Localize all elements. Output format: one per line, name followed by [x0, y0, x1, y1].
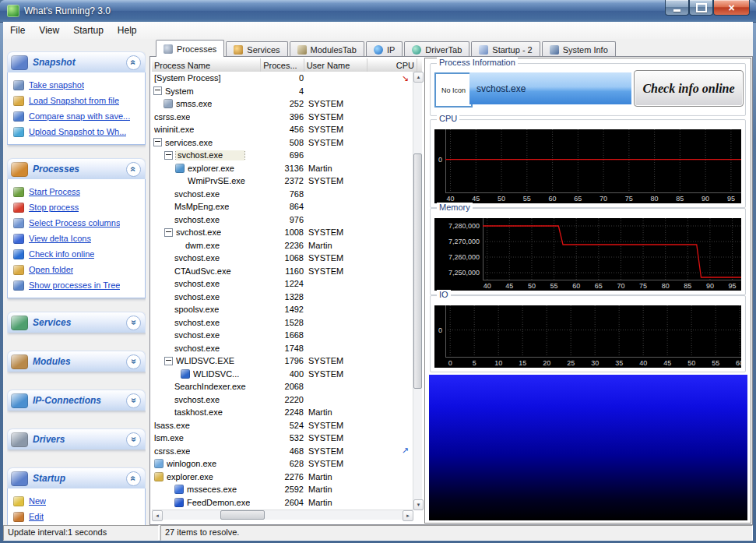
process-row[interactable]: FeedDemon.exe2604Martin0 — [152, 496, 413, 510]
tab-system-info[interactable]: System Info — [542, 41, 616, 57]
process-row[interactable]: lsm.exe532SYSTEM0 — [152, 432, 413, 445]
tab-processes[interactable]: Processes — [156, 40, 224, 57]
process-row[interactable]: svchost.exe13280 — [152, 291, 413, 304]
check-info-online-button[interactable]: Check info online — [634, 70, 744, 107]
scroll-right-icon[interactable]: ► — [403, 510, 413, 521]
chevron-down-icon[interactable]: « — [126, 354, 141, 369]
process-row[interactable]: svchost.exe22200 — [152, 393, 413, 407]
scroll-down-icon[interactable]: ▼ — [413, 499, 424, 510]
table-horizontal-scrollbar[interactable]: ◄ ► — [152, 510, 413, 520]
process-row[interactable]: svchost.exe15280 — [152, 316, 413, 330]
maximize-button[interactable] — [689, 0, 713, 16]
chevron-up-icon[interactable]: « — [126, 471, 141, 486]
sidebar-header-drivers[interactable]: Drivers« — [7, 428, 146, 450]
process-row[interactable]: CTAudSvc.exe1160SYSTEM0 — [152, 265, 413, 278]
sidebar-item-load-snapshot-from-file[interactable]: Load Snapshot from file — [13, 93, 142, 108]
process-row[interactable]: svchost.exe1008SYSTEM0 — [152, 226, 413, 239]
sidebar-item-edit[interactable]: Edit — [13, 509, 142, 524]
menu-startup[interactable]: Startup — [66, 22, 111, 39]
tree-collapse-icon[interactable] — [164, 151, 173, 160]
process-row[interactable]: WLIDSVC...400SYSTEM0 — [152, 368, 413, 381]
chevron-down-icon[interactable]: « — [126, 393, 141, 408]
hscroll-track[interactable] — [163, 510, 403, 520]
process-row[interactable]: dwm.exe2236Martin0 — [152, 239, 413, 252]
sidebar-item-open-folder[interactable]: Open folder — [13, 262, 142, 277]
sidebar-item-take-snapshot[interactable]: Take snapshot — [13, 77, 142, 93]
sidebar-item-start-process[interactable]: Start Process — [13, 184, 142, 199]
tree-collapse-icon[interactable] — [153, 86, 162, 95]
process-row[interactable]: explorer.exe2276Martin0 — [152, 471, 413, 484]
menu-file[interactable]: File — [3, 22, 32, 39]
menu-help[interactable]: Help — [111, 22, 144, 39]
chevron-up-icon[interactable]: « — [126, 162, 141, 177]
hscroll-thumb[interactable] — [220, 510, 265, 520]
sidebar-header-modules[interactable]: Modules« — [7, 351, 146, 372]
tab-ip[interactable]: IP — [366, 41, 403, 57]
process-name: spoolsv.exe — [174, 305, 219, 314]
table-vertical-scrollbar[interactable]: ▲ ▼ — [413, 72, 422, 510]
column-header-user-name[interactable]: User Name — [304, 58, 368, 72]
tree-collapse-icon[interactable] — [164, 357, 173, 365]
process-row[interactable]: services.exe508SYSTEM0 — [152, 136, 413, 150]
close-button[interactable]: × — [713, 0, 750, 16]
process-row[interactable]: svchost.exe17480 — [152, 342, 413, 355]
sidebar-item-new[interactable]: New — [13, 493, 142, 509]
tree-collapse-icon[interactable] — [153, 138, 162, 146]
process-row[interactable]: svchost.exe6960 — [152, 149, 413, 162]
tab-drivertab[interactable]: DriverTab — [404, 41, 469, 57]
sidebar-item-compare-snap-with-save[interactable]: Compare snap with save... — [13, 108, 142, 124]
process-row[interactable]: csrss.exe396SYSTEM0 — [152, 111, 413, 124]
process-row[interactable]: lsass.exe524SYSTEM0 — [152, 419, 413, 432]
process-row[interactable]: wininit.exe456SYSTEM0 — [152, 123, 413, 136]
process-row[interactable]: svchost.exe7680 — [152, 188, 413, 201]
x-tick-label: 0 — [441, 359, 459, 367]
process-row[interactable]: svchost.exe16680 — [152, 329, 413, 342]
chevron-down-icon[interactable]: « — [126, 432, 141, 447]
sidebar-header-processes[interactable]: Processes« — [7, 158, 146, 179]
process-row[interactable]: [System Process]0↘9 — [152, 72, 413, 85]
vscroll-track[interactable] — [413, 83, 422, 499]
sidebar-header-snapshot[interactable]: Snapshot« — [7, 51, 146, 72]
column-header-cpu[interactable]: CPU — [367, 58, 417, 72]
process-row[interactable]: svchost.exe1068SYSTEM0 — [152, 252, 413, 265]
sidebar-item-stop-process[interactable]: Stop process — [13, 199, 142, 215]
column-header-proces[interactable]: Proces... — [261, 58, 304, 72]
process-row[interactable]: explorer.exe3136Martin0 — [152, 162, 413, 175]
column-header-process-name[interactable]: Process Name — [152, 58, 261, 72]
title-bar[interactable]: What's Running? 3.0 × — [0, 0, 756, 23]
vscroll-thumb[interactable] — [413, 153, 422, 389]
maximize-icon — [696, 3, 707, 12]
tab-services[interactable]: Services — [226, 41, 287, 57]
minimize-button[interactable] — [665, 0, 689, 16]
process-row[interactable]: winlogon.exe628SYSTEM0 — [152, 457, 413, 471]
process-row[interactable]: csrss.exe468SYSTEM↗0 — [152, 445, 413, 458]
process-row[interactable]: taskhost.exe2248Martin0 — [152, 406, 413, 419]
menu-view[interactable]: View — [32, 22, 66, 39]
sidebar-item-check-info-online[interactable]: Check info online — [13, 246, 142, 262]
scroll-up-icon[interactable]: ▲ — [413, 72, 424, 83]
tab-modulestab[interactable]: ModulesTab — [290, 41, 364, 57]
scroll-left-icon[interactable]: ◄ — [152, 510, 163, 521]
tree-collapse-icon[interactable] — [164, 228, 173, 237]
process-row[interactable]: MsMpEng.exe8640 — [152, 200, 413, 213]
sidebar-header-services[interactable]: Services« — [7, 312, 146, 333]
sidebar-item-select-process-columns[interactable]: Select Process columns — [13, 215, 142, 231]
process-row[interactable]: msseces.exe2592Martin0 — [152, 483, 413, 496]
process-row[interactable]: spoolsv.exe14920 — [152, 303, 413, 316]
process-row[interactable]: svchost.exe12240 — [152, 277, 413, 291]
process-row[interactable]: svchost.exe9760 — [152, 213, 413, 227]
process-row[interactable]: WmiPrvSE.exe2372SYSTEM0 — [152, 175, 413, 188]
table-body: [System Process]0↘9System40smss.exe252SY… — [152, 72, 413, 510]
process-row[interactable]: WLIDSVC.EXE1796SYSTEM0 — [152, 354, 413, 368]
tab-startup-2[interactable]: Startup - 2 — [471, 41, 540, 57]
sidebar-item-view-delta-icons[interactable]: View delta Icons — [13, 231, 142, 246]
chevron-up-icon[interactable]: « — [126, 55, 141, 70]
sidebar-item-show-processes-in-tree[interactable]: Show processes in Tree — [13, 277, 142, 293]
chevron-down-icon[interactable]: « — [126, 316, 141, 330]
process-row[interactable]: System40 — [152, 85, 413, 98]
process-row[interactable]: smss.exe252SYSTEM0 — [152, 97, 413, 111]
sidebar-header-startup[interactable]: Startup« — [7, 467, 146, 488]
sidebar-item-upload-snapshot-to-wh[interactable]: Upload Snapshot to Wh... — [13, 124, 142, 139]
sidebar-header-ip-connections[interactable]: IP-Connections« — [7, 390, 146, 411]
process-row[interactable]: SearchIndexer.exe20680 — [152, 380, 413, 393]
